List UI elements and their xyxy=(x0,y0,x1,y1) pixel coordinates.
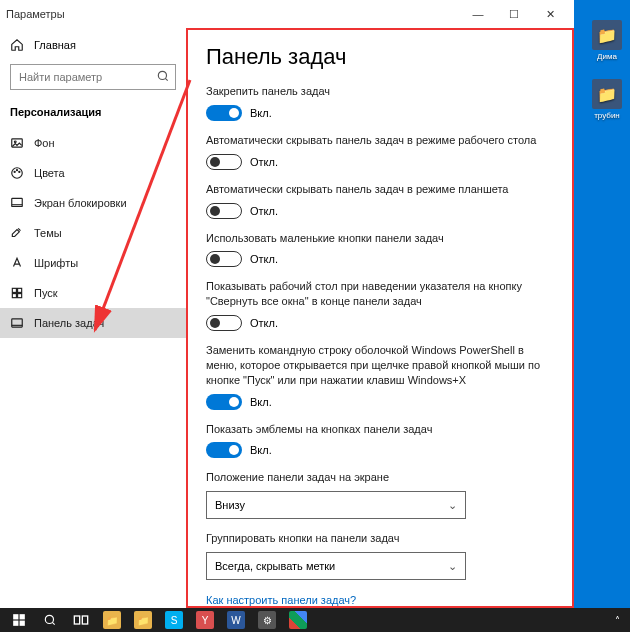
taskbar-app-browser[interactable]: Y xyxy=(190,608,220,632)
grouping-label: Группировать кнопки на панели задач xyxy=(206,531,554,546)
svg-rect-15 xyxy=(20,614,25,619)
minimize-button[interactable]: — xyxy=(460,0,496,28)
toggle-state-label: Вкл. xyxy=(250,396,272,408)
toggle-switch[interactable] xyxy=(206,154,242,170)
explorer-icon: 📁 xyxy=(103,611,121,629)
page-title: Панель задач xyxy=(206,44,554,70)
toggle-row: Откл. xyxy=(206,203,554,219)
toggle-switch[interactable] xyxy=(206,251,242,267)
setting-label: Автоматически скрывать панель задач в ре… xyxy=(206,133,554,148)
setting-label: Автоматически скрывать панель задач в ре… xyxy=(206,182,554,197)
sidebar-item-taskbar[interactable]: Панель задач xyxy=(0,308,186,338)
sidebar-item-colors[interactable]: Цвета xyxy=(0,158,186,188)
svg-rect-8 xyxy=(12,288,16,292)
close-button[interactable]: ✕ xyxy=(532,0,568,28)
help-link[interactable]: Как настроить панели задач? xyxy=(206,594,554,606)
start-icon xyxy=(10,286,24,300)
svg-point-0 xyxy=(158,71,166,79)
chevron-down-icon: ⌄ xyxy=(448,560,457,573)
toggle-row: Вкл. xyxy=(206,442,554,458)
sidebar-item-background[interactable]: Фон xyxy=(0,128,186,158)
toggle-state-label: Откл. xyxy=(250,156,278,168)
taskbar-icon xyxy=(10,316,24,330)
desktop-icon[interactable]: 📁 трубин xyxy=(586,79,628,120)
desktop-icon[interactable]: 📁 Дима xyxy=(586,20,628,61)
folder-icon: 📁 xyxy=(592,20,622,50)
toggle-switch[interactable] xyxy=(206,394,242,410)
svg-rect-17 xyxy=(20,621,25,626)
taskbar-search-button[interactable] xyxy=(35,608,65,632)
svg-point-4 xyxy=(14,171,15,172)
explorer-icon: 📁 xyxy=(134,611,152,629)
window-title: Параметры xyxy=(6,8,65,20)
word-icon: W xyxy=(227,611,245,629)
sidebar-item-themes[interactable]: Темы xyxy=(0,218,186,248)
tray-chevron-icon[interactable]: ˄ xyxy=(615,615,620,626)
palette-icon xyxy=(10,166,24,180)
setting-label: Использовать маленькие кнопки панели зад… xyxy=(206,231,554,246)
toggle-state-label: Откл. xyxy=(250,317,278,329)
task-view-icon xyxy=(73,613,89,627)
sidebar: Главная Персонализация Фон Цвета Экран б… xyxy=(0,28,186,608)
section-title: Персонализация xyxy=(0,100,186,128)
position-label: Положение панели задач на экране xyxy=(206,470,554,485)
system-tray[interactable]: ˄ xyxy=(609,608,626,632)
toggle-switch[interactable] xyxy=(206,315,242,331)
home-icon xyxy=(10,38,24,52)
task-view-button[interactable] xyxy=(66,608,96,632)
setting-label: Закрепить панель задач xyxy=(206,84,554,99)
yandex-icon: Y xyxy=(196,611,214,629)
search-icon xyxy=(43,613,57,627)
settings-window: Параметры — ☐ ✕ Главная Персонализация Ф… xyxy=(0,0,574,608)
home-link[interactable]: Главная xyxy=(0,32,186,58)
taskbar-app-explorer[interactable]: 📁 xyxy=(128,608,158,632)
svg-point-2 xyxy=(14,141,16,143)
taskbar-app-explorer[interactable]: 📁 xyxy=(97,608,127,632)
toggle-state-label: Вкл. xyxy=(250,107,272,119)
toggle-row: Откл. xyxy=(206,251,554,267)
position-dropdown[interactable]: Внизу ⌄ xyxy=(206,491,466,519)
picture-icon xyxy=(10,136,24,150)
skype-icon: S xyxy=(165,611,183,629)
folder-icon: 📁 xyxy=(592,79,622,109)
taskbar: 📁 📁 S Y W ⚙ ˄ xyxy=(0,608,630,632)
start-button[interactable] xyxy=(4,608,34,632)
grouping-dropdown[interactable]: Всегда, скрывать метки ⌄ xyxy=(206,552,466,580)
svg-rect-11 xyxy=(18,294,22,298)
toggle-switch[interactable] xyxy=(206,105,242,121)
taskbar-app-settings[interactable]: ⚙ xyxy=(252,608,282,632)
maximize-button[interactable]: ☐ xyxy=(496,0,532,28)
svg-point-5 xyxy=(16,170,17,171)
toggle-switch[interactable] xyxy=(206,203,242,219)
font-icon xyxy=(10,256,24,270)
desktop-icons: 📁 Дима 📁 трубин xyxy=(586,20,628,120)
setting-label: Показать эмблемы на кнопках панели задач xyxy=(206,422,554,437)
toggle-row: Откл. xyxy=(206,315,554,331)
setting-label: Показывать рабочий стол при наведении ук… xyxy=(206,279,554,309)
svg-rect-20 xyxy=(82,616,87,624)
lockscreen-icon xyxy=(10,196,24,210)
toggle-row: Вкл. xyxy=(206,394,554,410)
content-pane: Панель задач Закрепить панель задачВкл.А… xyxy=(186,28,574,608)
taskbar-app-skype[interactable]: S xyxy=(159,608,189,632)
toggle-state-label: Откл. xyxy=(250,253,278,265)
toggle-state-label: Вкл. xyxy=(250,444,272,456)
svg-point-6 xyxy=(19,171,20,172)
setting-label: Заменить командную строку оболочкой Wind… xyxy=(206,343,554,388)
svg-rect-19 xyxy=(74,616,79,624)
search-row xyxy=(10,64,176,90)
titlebar: Параметры — ☐ ✕ xyxy=(0,0,574,28)
gear-icon: ⚙ xyxy=(258,611,276,629)
taskbar-app-chrome[interactable] xyxy=(283,608,313,632)
toggle-row: Вкл. xyxy=(206,105,554,121)
theme-icon xyxy=(10,226,24,240)
toggle-switch[interactable] xyxy=(206,442,242,458)
toggle-state-label: Откл. xyxy=(250,205,278,217)
sidebar-item-fonts[interactable]: Шрифты xyxy=(0,248,186,278)
sidebar-item-start[interactable]: Пуск xyxy=(0,278,186,308)
search-input[interactable] xyxy=(10,64,176,90)
taskbar-app-word[interactable]: W xyxy=(221,608,251,632)
search-icon xyxy=(156,69,170,83)
sidebar-item-lockscreen[interactable]: Экран блокировки xyxy=(0,188,186,218)
toggle-row: Откл. xyxy=(206,154,554,170)
